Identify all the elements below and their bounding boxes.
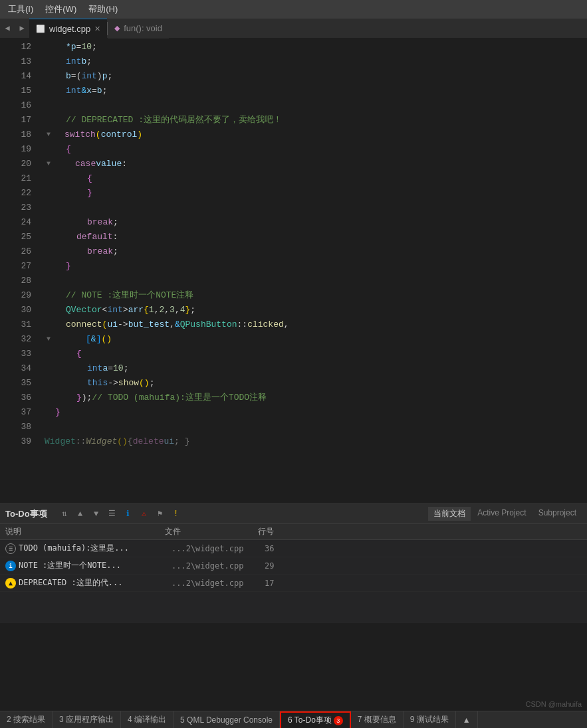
code-line-38 [45,420,582,434]
code-line-29: // NOTE :这里时一个NOTE注释 [45,288,582,303]
line-num-36: 36 [12,391,37,405]
todo-file-0: ...2\widget.cpp [172,544,265,553]
code-line-15: int& x = b; [45,84,582,98]
todo-info-btn[interactable]: ℹ [122,507,135,521]
bottom-tab-qml-debugger[interactable]: 5 QML Debugger Console [174,711,280,729]
todo-sort-btn[interactable]: ⇅ [58,507,71,521]
todo-flag-btn[interactable]: ⚑ [154,507,167,521]
line-num-12: 12 [12,40,37,54]
bottom-tabbar: 2 搜索结果 3 应用程序输出 4 编译输出 5 QML Debugger Co… [0,711,587,728]
bottom-tab-app-output[interactable]: 3 应用程序输出 [53,711,121,729]
tab-widget-cpp[interactable]: ⬜ widget.cpp ✕ [29,19,107,39]
line-num-33: 33 [12,347,37,361]
code-line-39: Widget::Widget() { delete ui; } [45,434,582,449]
code-line-30: QVector<int> arr{1, 2, 3, 4}; [45,303,582,318]
main-window: 工具(I) 控件(W) 帮助(H) ◀ ▶ ⬜ widget.cpp ✕ ◆ f… [0,0,587,728]
tab-nav-next[interactable]: ▶ [15,19,29,39]
todo-line-1: 29 [265,561,304,571]
menu-help[interactable]: 帮助(H) [83,2,123,17]
todo-panel: To-Do事项 ⇅ ▲ ▼ ☰ ℹ ⚠ ⚑ ! 当前文档 Active Proj… [0,503,587,623]
menu-tools[interactable]: 工具(I) [3,2,39,17]
todo-warning-btn[interactable]: ⚠ [138,507,151,521]
line-num-17: 17 [12,113,37,128]
line-num-19: 19 [12,142,37,157]
menubar: 工具(I) 控件(W) 帮助(H) [0,0,587,19]
code-line-31: connect(ui->but_test, &QPushButton::clic… [45,318,582,332]
todo-row-0[interactable]: ≡ TODO (mahuifa):这里是... ...2\widget.cpp … [0,540,587,557]
line-num-23: 23 [12,201,37,215]
todo-col-header-line[interactable]: 行号 [258,526,298,537]
line-num-35: 35 [12,376,37,391]
bottom-tab-tests[interactable]: 9 测试结果 [404,711,456,729]
line-num-34: 34 [12,361,37,376]
fold-btn-18[interactable]: ▼ [45,131,53,139]
todo-file-1: ...2\widget.cpp [172,561,265,571]
fun-file-icon: ◆ [114,24,120,33]
todo-filter-current-doc[interactable]: 当前文档 [428,507,471,521]
line-num-13: 13 [12,54,37,69]
tab-label-widget-cpp: widget.cpp [49,24,90,34]
todo-list-btn[interactable]: ☰ [106,507,119,521]
line-num-37: 37 [12,405,37,420]
line-num-15: 15 [12,84,37,98]
todo-desc-0: TODO (mahuifa):这里是... [19,543,172,554]
fold-btn-20[interactable]: ▼ [45,160,53,168]
code-line-27: } [45,259,582,274]
code-line-19: { [45,142,582,157]
line-num-38: 38 [12,420,37,434]
todo-col-header-desc[interactable]: 说明 [5,526,165,537]
line-num-16: 16 [12,98,37,113]
menu-controls[interactable]: 控件(W) [40,2,82,17]
todo-icon-todo: ≡ [5,543,16,554]
todo-desc-2: DEPRECATED :这里的代... [19,577,172,589]
todo-row-2[interactable]: ▲ DEPRECATED :这里的代... ...2\widget.cpp 17 [0,575,587,592]
todo-icon-note: i [5,561,16,571]
code-line-36: }); // TODO (mahuifa):这里是一个TODO注释 [45,391,582,405]
todo-icon-deprecated: ▲ [5,578,16,589]
tab-close-widget-cpp[interactable]: ✕ [94,25,100,33]
line-num-20: 20 [12,157,37,171]
code-line-21: { [45,171,582,186]
code-line-12: *p = 10; [45,40,582,54]
todo-row-1[interactable]: i NOTE :这里时一个NOTE... ...2\widget.cpp 29 [0,557,587,575]
code-line-22: } [45,186,582,201]
fold-btn-32[interactable]: ▼ [45,335,53,343]
code-line-37: } [45,405,582,420]
todo-col-header-file[interactable]: 文件 [165,526,258,537]
code-editor[interactable]: *p = 10; int b; b = (int)p; int& x = b; [42,39,582,503]
tab-fun-void[interactable]: ◆ fun(): void [108,19,169,39]
code-line-13: int b; [45,54,582,69]
line-num-31: 31 [12,318,37,332]
editor-tabbar: ◀ ▶ ⬜ widget.cpp ✕ ◆ fun(): void [0,19,587,39]
editor-scrollbar[interactable] [582,39,587,503]
line-num-21: 21 [12,171,37,186]
bottom-tab-compile[interactable]: 4 编译输出 [121,711,174,729]
code-line-25: default: [45,230,582,244]
line-num-39: 39 [12,434,37,449]
code-line-33: { [45,347,582,361]
bottom-tab-search[interactable]: 2 搜索结果 [0,711,53,729]
tab-nav-prev[interactable]: ◀ [0,19,15,39]
todo-desc-1: NOTE :这里时一个NOTE... [19,560,172,571]
bottom-tab-arrow[interactable]: ▲ [456,711,478,729]
todo-line-0: 36 [265,544,304,553]
bottom-tab-overview[interactable]: 7 概要信息 [351,711,404,729]
line-num-22: 22 [12,186,37,201]
code-line-32: ▼ [&]() [45,332,582,347]
line-num-28: 28 [12,274,37,288]
code-line-24: break; [45,215,582,230]
code-line-14: b = (int)p; [45,69,582,84]
todo-file-2: ...2\widget.cpp [172,579,265,588]
todo-up-btn[interactable]: ▲ [74,507,87,521]
cpp-file-icon: ⬜ [36,25,45,33]
code-line-26: break; [45,244,582,259]
todo-filter-subproject[interactable]: Subproject [533,507,582,521]
todo-filter-active-project[interactable]: Active Project [472,507,531,521]
todo-exclaim-btn[interactable]: ! [170,507,183,521]
line-num-18: 18 [12,128,37,142]
bottom-tab-todo[interactable]: 6 To-Do事项 3 [280,711,351,729]
code-line-35: this->show(); [45,376,582,391]
line-numbers: 12 13 14 15 16 17 18 19 20 21 22 23 24 2… [12,39,42,503]
todo-down-btn[interactable]: ▼ [90,507,103,521]
breakpoint-gutter [0,39,12,503]
